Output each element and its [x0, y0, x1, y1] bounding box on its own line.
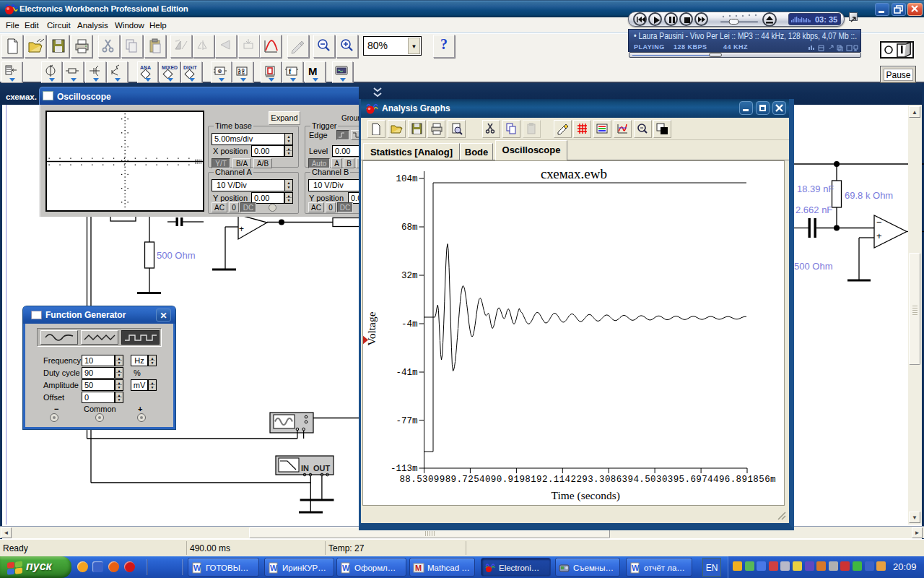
svg-text:Time (seconds): Time (seconds)	[551, 489, 619, 502]
svg-text:68m: 68m	[401, 223, 418, 233]
svg-text:18.39 nF: 18.39 nF	[797, 184, 834, 194]
svg-text:03: 35: 03: 35	[815, 15, 837, 24]
svg-text:500 Ohm: 500 Ohm	[794, 261, 832, 272]
svg-text:-77m: -77m	[396, 416, 417, 426]
svg-text:W: W	[342, 564, 350, 572]
svg-text:W: W	[193, 564, 201, 572]
svg-text:-41m: -41m	[396, 368, 417, 378]
svg-text:IN: IN	[301, 464, 309, 473]
svg-text:500 Ohm: 500 Ohm	[157, 250, 195, 261]
svg-text:схемах.ewb: схемах.ewb	[541, 166, 607, 181]
svg-text:88.5309989.7254090.9198192.114: 88.5309989.7254090.9198192.1142293.30863…	[399, 475, 775, 485]
svg-text:104m: 104m	[396, 174, 417, 184]
svg-text:32m: 32m	[401, 271, 418, 281]
svg-text:-4m: -4m	[401, 319, 418, 329]
svg-text:+: +	[239, 224, 244, 234]
svg-text:R G: R G	[238, 71, 245, 75]
svg-text:M: M	[308, 65, 318, 77]
svg-text:OUT: OUT	[313, 464, 331, 473]
svg-text:⊗: ⊗	[217, 68, 222, 74]
svg-text:M: M	[415, 564, 422, 572]
svg-text:DIGIT: DIGIT	[183, 65, 197, 70]
svg-text:W: W	[270, 564, 278, 572]
svg-text:-113m: -113m	[391, 464, 418, 474]
svg-text:2.662 nF: 2.662 nF	[796, 204, 832, 215]
svg-text:MIXED: MIXED	[162, 65, 178, 70]
svg-text:W: W	[632, 564, 640, 572]
svg-text:−: −	[876, 217, 882, 228]
svg-text:+: +	[876, 230, 882, 241]
svg-text:69.8 k Ohm: 69.8 k Ohm	[845, 190, 893, 201]
